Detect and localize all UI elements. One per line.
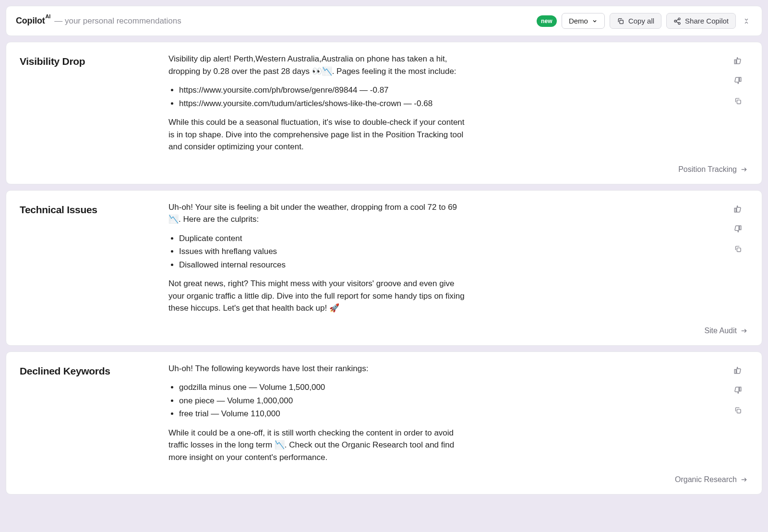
header-left: CopilotAI — your personal recommendation… bbox=[16, 14, 181, 27]
card-title: Declined Keywords bbox=[20, 363, 164, 471]
card-intro: Visibility dip alert! Perth,Western Aust… bbox=[168, 53, 466, 77]
svg-line-5 bbox=[676, 22, 679, 23]
share-copilot-button[interactable]: Share Copilot bbox=[666, 13, 736, 29]
brand-sup: AI bbox=[46, 13, 51, 19]
list-item: godzilla minus one — Volume 1,500,000 bbox=[179, 381, 466, 394]
thumbs-up-button[interactable] bbox=[731, 54, 744, 67]
svg-point-1 bbox=[678, 18, 680, 20]
card-declined-keywords: Declined Keywords Uh-oh! The following k… bbox=[6, 351, 762, 495]
footer-link-label: Position Tracking bbox=[678, 164, 737, 175]
card-body: Uh-oh! Your site is feeling a bit under … bbox=[168, 201, 466, 321]
thumbs-down-button[interactable] bbox=[731, 384, 744, 397]
thumbs-down-icon bbox=[733, 225, 742, 233]
copy-all-button[interactable]: Copy all bbox=[610, 13, 661, 29]
card-list: Duplicate content Issues with hreflang v… bbox=[168, 232, 466, 271]
thumbs-up-button[interactable] bbox=[731, 363, 744, 377]
card-technical-issues: Technical Issues Uh-oh! Your site is fee… bbox=[6, 190, 762, 346]
demo-dropdown[interactable]: Demo bbox=[562, 13, 605, 29]
thumbs-up-icon bbox=[733, 205, 742, 213]
card-title: Visibility Drop bbox=[20, 53, 164, 160]
card-actions bbox=[727, 363, 748, 471]
chevron-down-icon bbox=[592, 18, 598, 24]
list-item: Disallowed internal resources bbox=[179, 259, 466, 271]
demo-label: Demo bbox=[569, 17, 588, 25]
list-item: one piece — Volume 1,000,000 bbox=[179, 395, 466, 407]
brand-title: CopilotAI bbox=[16, 14, 50, 27]
card-body: Uh-oh! The following keywords have lost … bbox=[168, 363, 466, 471]
copy-icon bbox=[734, 406, 742, 414]
collapse-icon bbox=[743, 17, 750, 25]
footer-link-label: Site Audit bbox=[704, 325, 737, 337]
card-list: https://www.yoursite.com/ph/browse/genre… bbox=[168, 84, 466, 109]
copy-all-label: Copy all bbox=[628, 17, 654, 25]
card-actions bbox=[727, 53, 748, 160]
copilot-header: CopilotAI — your personal recommendation… bbox=[6, 6, 762, 36]
footer-link-label: Organic Research bbox=[675, 474, 737, 485]
svg-rect-10 bbox=[737, 409, 741, 413]
footer-link-organic-research[interactable]: Organic Research bbox=[675, 474, 748, 485]
header-subtitle: — your personal recommendations bbox=[54, 15, 181, 27]
thumbs-up-icon bbox=[733, 366, 742, 375]
copy-icon bbox=[734, 245, 742, 253]
thumbs-down-button[interactable] bbox=[731, 74, 744, 87]
arrow-right-icon bbox=[740, 327, 748, 334]
list-item: https://www.yoursite.com/tudum/articles/… bbox=[179, 97, 466, 110]
thumbs-down-button[interactable] bbox=[731, 222, 744, 236]
list-item: free trial — Volume 110,000 bbox=[179, 408, 466, 420]
card-outro: While this could be a seasonal fluctuati… bbox=[168, 116, 466, 153]
svg-rect-0 bbox=[620, 20, 623, 24]
copy-card-button[interactable] bbox=[731, 242, 744, 256]
card-body: Visibility dip alert! Perth,Western Aust… bbox=[168, 53, 466, 160]
list-item: Duplicate content bbox=[179, 232, 466, 245]
header-right: new Demo Copy all Share Copilot bbox=[537, 13, 752, 29]
share-icon bbox=[673, 17, 681, 25]
card-title: Technical Issues bbox=[20, 201, 164, 321]
list-item: https://www.yoursite.com/ph/browse/genre… bbox=[179, 84, 466, 97]
footer-link-site-audit[interactable]: Site Audit bbox=[704, 325, 748, 337]
thumbs-up-button[interactable] bbox=[731, 202, 744, 216]
list-item: Issues with hreflang values bbox=[179, 245, 466, 258]
svg-point-2 bbox=[674, 20, 676, 22]
card-actions bbox=[727, 201, 748, 321]
copy-card-button[interactable] bbox=[731, 94, 744, 108]
svg-rect-8 bbox=[737, 248, 741, 252]
thumbs-up-icon bbox=[733, 56, 742, 65]
svg-point-3 bbox=[678, 22, 680, 24]
new-badge: new bbox=[537, 15, 557, 27]
footer-link-position-tracking[interactable]: Position Tracking bbox=[678, 164, 748, 175]
card-outro: Not great news, right? This might mess w… bbox=[168, 278, 466, 314]
copy-icon bbox=[734, 97, 742, 105]
thumbs-down-icon bbox=[733, 76, 742, 85]
card-visibility-drop: Visibility Drop Visibility dip alert! Pe… bbox=[6, 42, 762, 184]
collapse-button[interactable] bbox=[741, 14, 752, 28]
card-intro: Uh-oh! The following keywords have lost … bbox=[168, 363, 466, 375]
copy-icon bbox=[617, 17, 624, 25]
svg-line-4 bbox=[676, 19, 679, 21]
brand-name: Copilot bbox=[16, 16, 45, 25]
copy-card-button[interactable] bbox=[731, 404, 744, 417]
card-outro: While it could be a one-off, it is still… bbox=[168, 427, 466, 464]
arrow-right-icon bbox=[740, 166, 748, 173]
card-intro: Uh-oh! Your site is feeling a bit under … bbox=[168, 201, 466, 226]
share-label: Share Copilot bbox=[685, 17, 729, 25]
arrow-right-icon bbox=[740, 476, 748, 483]
thumbs-down-icon bbox=[733, 386, 742, 395]
svg-rect-6 bbox=[737, 100, 741, 104]
card-list: godzilla minus one — Volume 1,500,000 on… bbox=[168, 381, 466, 420]
